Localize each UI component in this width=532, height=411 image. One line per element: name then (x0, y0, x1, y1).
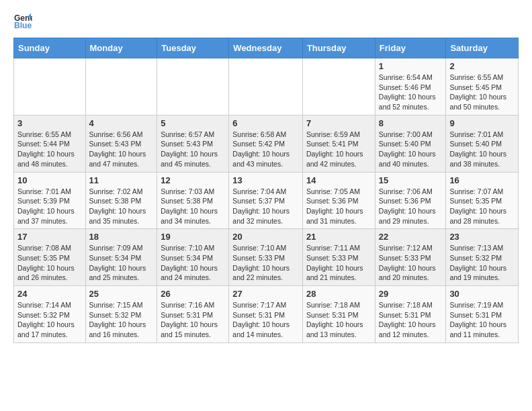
calendar-day-cell: 21Sunrise: 7:11 AM Sunset: 5:33 PM Dayli… (302, 229, 375, 286)
day-number: 9 (449, 118, 515, 128)
calendar-header-cell: Monday (85, 38, 157, 58)
day-number: 16 (449, 175, 515, 185)
day-number: 6 (232, 118, 299, 128)
day-number: 13 (232, 175, 299, 185)
calendar-day-cell: 18Sunrise: 7:09 AM Sunset: 5:34 PM Dayli… (85, 229, 157, 286)
calendar-day-cell: 29Sunrise: 7:18 AM Sunset: 5:31 PM Dayli… (375, 286, 446, 343)
day-number: 19 (161, 232, 225, 242)
day-number: 2 (449, 61, 515, 71)
calendar-week-row: 10Sunrise: 7:01 AM Sunset: 5:39 PM Dayli… (14, 172, 519, 229)
day-info: Sunrise: 6:55 AM Sunset: 5:45 PM Dayligh… (449, 73, 515, 112)
calendar-day-cell: 20Sunrise: 7:10 AM Sunset: 5:33 PM Dayli… (229, 229, 303, 286)
calendar-day-cell (302, 58, 375, 116)
calendar-day-cell: 5Sunrise: 6:57 AM Sunset: 5:43 PM Daylig… (157, 115, 229, 172)
calendar-day-cell: 23Sunrise: 7:13 AM Sunset: 5:32 PM Dayli… (446, 229, 519, 286)
day-info: Sunrise: 7:10 AM Sunset: 5:34 PM Dayligh… (161, 243, 225, 283)
logo-icon: General Blue (13, 12, 32, 31)
day-info: Sunrise: 7:03 AM Sunset: 5:38 PM Dayligh… (161, 187, 225, 226)
calendar-header-cell: Wednesday (229, 38, 303, 58)
day-info: Sunrise: 7:13 AM Sunset: 5:32 PM Dayligh… (449, 243, 515, 283)
calendar-day-cell (157, 58, 229, 116)
calendar-day-cell: 28Sunrise: 7:18 AM Sunset: 5:31 PM Dayli… (302, 286, 375, 343)
calendar-day-cell (85, 58, 157, 116)
calendar-day-cell (14, 58, 86, 116)
day-number: 24 (17, 289, 82, 299)
calendar-day-cell: 11Sunrise: 7:02 AM Sunset: 5:38 PM Dayli… (85, 172, 157, 229)
day-info: Sunrise: 7:02 AM Sunset: 5:38 PM Dayligh… (89, 187, 154, 226)
day-number: 5 (161, 118, 225, 128)
calendar-header-row: SundayMondayTuesdayWednesdayThursdayFrid… (14, 38, 519, 58)
calendar-day-cell: 8Sunrise: 7:00 AM Sunset: 5:40 PM Daylig… (375, 115, 446, 172)
header: General Blue (0, 0, 532, 38)
calendar-day-cell: 10Sunrise: 7:01 AM Sunset: 5:39 PM Dayli… (14, 172, 86, 229)
day-info: Sunrise: 7:10 AM Sunset: 5:33 PM Dayligh… (232, 243, 299, 283)
calendar-day-cell: 22Sunrise: 7:12 AM Sunset: 5:33 PM Dayli… (375, 229, 446, 286)
day-info: Sunrise: 7:16 AM Sunset: 5:31 PM Dayligh… (161, 300, 225, 340)
day-number: 11 (89, 175, 154, 185)
calendar-day-cell: 14Sunrise: 7:05 AM Sunset: 5:36 PM Dayli… (302, 172, 375, 229)
calendar-day-cell: 12Sunrise: 7:03 AM Sunset: 5:38 PM Dayli… (157, 172, 229, 229)
day-number: 4 (89, 118, 154, 128)
day-info: Sunrise: 7:06 AM Sunset: 5:36 PM Dayligh… (379, 187, 443, 226)
day-info: Sunrise: 6:59 AM Sunset: 5:41 PM Dayligh… (306, 130, 371, 169)
day-number: 7 (306, 118, 371, 128)
calendar-day-cell: 16Sunrise: 7:07 AM Sunset: 5:35 PM Dayli… (446, 172, 519, 229)
calendar-day-cell: 9Sunrise: 7:01 AM Sunset: 5:40 PM Daylig… (446, 115, 519, 172)
calendar-week-row: 24Sunrise: 7:14 AM Sunset: 5:32 PM Dayli… (14, 286, 519, 343)
day-number: 29 (379, 289, 443, 299)
day-number: 30 (449, 289, 515, 299)
calendar-day-cell: 25Sunrise: 7:15 AM Sunset: 5:32 PM Dayli… (85, 286, 157, 343)
day-number: 17 (17, 232, 82, 242)
day-info: Sunrise: 7:09 AM Sunset: 5:34 PM Dayligh… (89, 243, 154, 283)
day-info: Sunrise: 7:15 AM Sunset: 5:32 PM Dayligh… (89, 300, 154, 340)
day-info: Sunrise: 7:04 AM Sunset: 5:37 PM Dayligh… (232, 187, 299, 226)
calendar-wrapper: SundayMondayTuesdayWednesdayThursdayFrid… (0, 38, 532, 350)
day-info: Sunrise: 7:11 AM Sunset: 5:33 PM Dayligh… (306, 243, 371, 283)
calendar-week-row: 3Sunrise: 6:55 AM Sunset: 5:44 PM Daylig… (14, 115, 519, 172)
day-number: 26 (161, 289, 225, 299)
calendar-week-row: 17Sunrise: 7:08 AM Sunset: 5:35 PM Dayli… (14, 229, 519, 286)
day-info: Sunrise: 7:01 AM Sunset: 5:40 PM Dayligh… (449, 130, 515, 169)
day-number: 10 (17, 175, 82, 185)
day-info: Sunrise: 7:18 AM Sunset: 5:31 PM Dayligh… (306, 300, 371, 340)
day-info: Sunrise: 6:57 AM Sunset: 5:43 PM Dayligh… (161, 130, 225, 169)
day-number: 27 (232, 289, 299, 299)
calendar-day-cell: 6Sunrise: 6:58 AM Sunset: 5:42 PM Daylig… (229, 115, 303, 172)
calendar-day-cell: 17Sunrise: 7:08 AM Sunset: 5:35 PM Dayli… (14, 229, 86, 286)
day-number: 23 (449, 232, 515, 242)
day-number: 3 (17, 118, 82, 128)
day-info: Sunrise: 7:07 AM Sunset: 5:35 PM Dayligh… (449, 187, 515, 226)
day-info: Sunrise: 7:08 AM Sunset: 5:35 PM Dayligh… (17, 243, 82, 283)
calendar-day-cell (229, 58, 303, 116)
day-number: 18 (89, 232, 154, 242)
calendar-day-cell: 2Sunrise: 6:55 AM Sunset: 5:45 PM Daylig… (446, 58, 519, 116)
day-number: 14 (306, 175, 371, 185)
day-number: 28 (306, 289, 371, 299)
day-number: 25 (89, 289, 154, 299)
day-info: Sunrise: 7:12 AM Sunset: 5:33 PM Dayligh… (379, 243, 443, 283)
day-number: 15 (379, 175, 443, 185)
calendar-day-cell: 4Sunrise: 6:56 AM Sunset: 5:43 PM Daylig… (85, 115, 157, 172)
day-number: 1 (379, 61, 443, 71)
day-info: Sunrise: 6:56 AM Sunset: 5:43 PM Dayligh… (89, 130, 154, 169)
calendar-header-cell: Tuesday (157, 38, 229, 58)
day-info: Sunrise: 6:58 AM Sunset: 5:42 PM Dayligh… (232, 130, 299, 169)
calendar-header-cell: Thursday (302, 38, 375, 58)
calendar-day-cell: 26Sunrise: 7:16 AM Sunset: 5:31 PM Dayli… (157, 286, 229, 343)
calendar-day-cell: 27Sunrise: 7:17 AM Sunset: 5:31 PM Dayli… (229, 286, 303, 343)
day-info: Sunrise: 6:55 AM Sunset: 5:44 PM Dayligh… (17, 130, 82, 169)
day-number: 20 (232, 232, 299, 242)
day-info: Sunrise: 7:00 AM Sunset: 5:40 PM Dayligh… (379, 130, 443, 169)
day-info: Sunrise: 7:18 AM Sunset: 5:31 PM Dayligh… (379, 300, 443, 340)
calendar-header-cell: Friday (375, 38, 446, 58)
calendar-header-cell: Saturday (446, 38, 519, 58)
day-number: 21 (306, 232, 371, 242)
day-info: Sunrise: 6:54 AM Sunset: 5:46 PM Dayligh… (379, 73, 443, 112)
calendar-day-cell: 30Sunrise: 7:19 AM Sunset: 5:31 PM Dayli… (446, 286, 519, 343)
calendar-week-row: 1Sunrise: 6:54 AM Sunset: 5:46 PM Daylig… (14, 58, 519, 116)
svg-text:Blue: Blue (14, 21, 32, 30)
calendar-table: SundayMondayTuesdayWednesdayThursdayFrid… (13, 38, 519, 343)
day-info: Sunrise: 7:01 AM Sunset: 5:39 PM Dayligh… (17, 187, 82, 226)
day-number: 22 (379, 232, 443, 242)
logo: General Blue (13, 12, 35, 31)
